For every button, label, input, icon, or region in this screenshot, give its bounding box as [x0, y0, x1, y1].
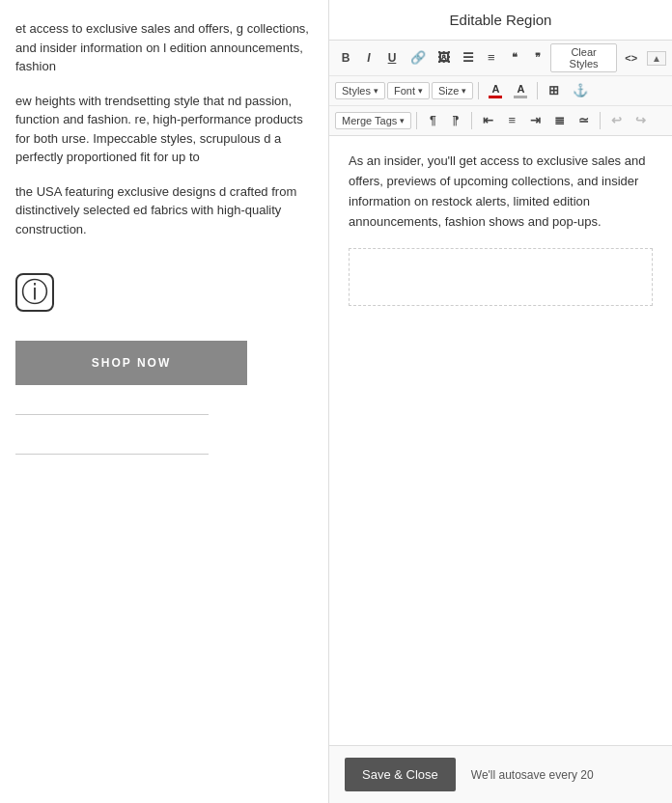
dashed-region [349, 248, 653, 306]
text-block-1: et access to exclusive sales and offers,… [15, 19, 313, 76]
separator-1 [478, 82, 479, 99]
unordered-list-button[interactable]: ≡ [481, 46, 502, 69]
separator-4 [471, 112, 472, 129]
right-panel: Editable Region B I U 🔗 🖼 ☰ ≡ ❝ ❞ Clear … [328, 0, 672, 803]
pilcrow2-button[interactable]: ¶ [445, 110, 466, 132]
bg-color-bar [514, 96, 527, 98]
save-close-button[interactable]: Save & Close [345, 758, 456, 791]
html-button[interactable]: <> [619, 49, 643, 67]
ordered-list-button[interactable]: ☰ [457, 46, 479, 69]
clear-styles-button[interactable]: Clear Styles [550, 43, 617, 72]
bg-color-button[interactable]: A [509, 81, 532, 100]
toolbar-row-1: B I U 🔗 🖼 ☰ ≡ ❝ ❞ Clear Styles <> ▲ [329, 41, 672, 75]
justify-button[interactable]: ≣ [548, 109, 571, 132]
bold-button[interactable]: B [335, 47, 356, 69]
text-block-3: the USA featuring exclusive designs d cr… [15, 182, 313, 239]
shop-now-button[interactable]: SHOP NOW [15, 341, 247, 385]
toolbar-row-2: Styles Font Size A A ⊞ ⚓ [329, 75, 672, 105]
separator-3 [416, 112, 417, 129]
separator-5 [600, 112, 601, 129]
font-dropdown[interactable]: Font [387, 82, 430, 99]
panel-footer: Save & Close We'll autosave every 20 [329, 745, 672, 803]
autosave-text: We'll autosave every 20 [471, 768, 594, 782]
image-button[interactable]: 🖼 [432, 46, 455, 69]
anchor-button[interactable]: ⚓ [567, 79, 594, 102]
edit-content[interactable]: As an insider, you'll get access to excl… [349, 152, 653, 232]
redo-button[interactable]: ↪ [630, 109, 652, 132]
merge-tags-dropdown[interactable]: Merge Tags [335, 112, 411, 129]
special-chars-button[interactable]: ≃ [573, 109, 595, 132]
size-dropdown[interactable]: Size [432, 82, 473, 99]
separator-2 [537, 82, 538, 99]
toolbar-row-3: Merge Tags ¶ ¶ ⇤ ≡ ⇥ ≣ ≃ ↩ ↪ [329, 105, 672, 135]
styles-dropdown[interactable]: Styles [335, 82, 385, 99]
toolbar: B I U 🔗 🖼 ☰ ≡ ❝ ❞ Clear Styles <> ▲ Styl… [329, 41, 672, 136]
shop-button-wrapper: SHOP NOW [15, 341, 313, 385]
italic-button[interactable]: I [358, 47, 379, 69]
blockquote2-button[interactable]: ❞ [527, 47, 548, 68]
undo-button[interactable]: ↩ [605, 109, 628, 132]
align-left-button[interactable]: ⇤ [477, 109, 499, 132]
panel-header: Editable Region [329, 0, 672, 41]
pilcrow1-button[interactable]: ¶ [422, 110, 443, 132]
table-button[interactable]: ⊞ [543, 79, 565, 102]
link-button[interactable]: 🔗 [405, 46, 430, 69]
divider-2 [15, 454, 209, 455]
text-block-2: ew heights with trendsetting style that … [15, 92, 313, 167]
blockquote1-button[interactable]: ❝ [504, 47, 525, 68]
divider-1 [15, 414, 209, 415]
left-panel: et access to exclusive sales and offers,… [0, 0, 328, 803]
edit-area[interactable]: As an insider, you'll get access to excl… [329, 136, 672, 745]
font-color-button[interactable]: A [484, 81, 507, 100]
font-color-bar [489, 96, 502, 98]
underline-button[interactable]: U [381, 47, 403, 69]
left-content: et access to exclusive sales and offers,… [0, 0, 328, 489]
align-center-button[interactable]: ≡ [501, 109, 522, 132]
instagram-icon: ⓘ [15, 273, 54, 312]
scroll-up-button[interactable]: ▲ [647, 51, 666, 66]
align-right-button[interactable]: ⇥ [524, 109, 546, 132]
panel-title: Editable Region [450, 12, 552, 28]
